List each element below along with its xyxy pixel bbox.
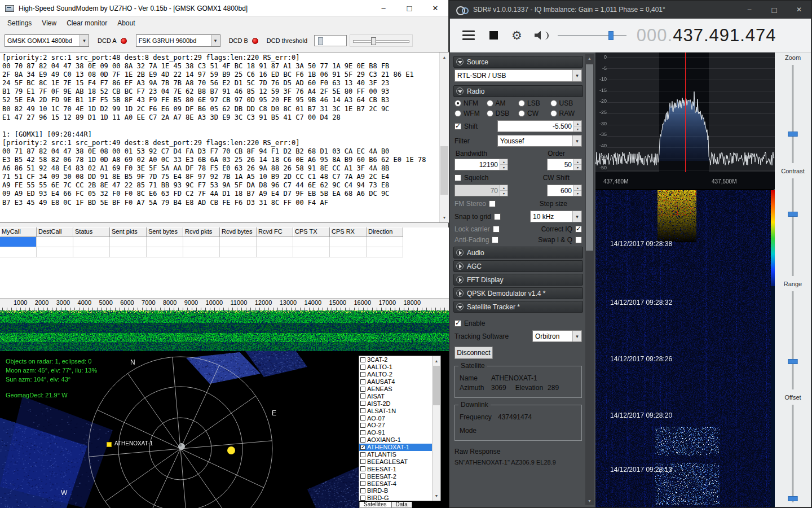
checkbox-icon[interactable]: [575, 237, 582, 243]
table-header-cell[interactable]: CPS RX: [330, 227, 367, 237]
satellite-list-item[interactable]: AO-27: [359, 422, 440, 429]
slider-track[interactable]: [775, 176, 811, 281]
dcd-threshold-slider[interactable]: [350, 34, 413, 47]
gear-icon[interactable]: [511, 29, 522, 41]
expand-arrow-icon[interactable]: [456, 262, 464, 270]
satellite-checkbox[interactable]: [360, 466, 365, 471]
panel-header-collapsed[interactable]: Audio: [453, 247, 583, 259]
table-cell-selected[interactable]: [0, 237, 37, 247]
radio-icon[interactable]: [454, 100, 461, 107]
satellite-list-item[interactable]: AAUSAT4: [359, 378, 440, 386]
scroll-down-icon[interactable]: ▼: [433, 491, 440, 501]
menu-icon[interactable]: [462, 30, 475, 40]
monitor-area[interactable]: [priority:2 src:1 src_port:48 dest:8 des…: [0, 52, 449, 223]
slider-track[interactable]: [775, 402, 811, 507]
bandwidth-spinner[interactable]: 12190: [454, 159, 508, 170]
panel-scrollbar[interactable]: ▲ ▼: [585, 54, 594, 505]
tracker-tab[interactable]: Satellites: [359, 502, 391, 508]
maximize-icon[interactable]: [396, 0, 422, 16]
scroll-up-icon[interactable]: ▲: [585, 54, 594, 63]
table-header-cell[interactable]: Rcvd bytes: [220, 227, 257, 237]
minimize-icon[interactable]: [737, 1, 762, 19]
tracking-software-select[interactable]: Orbitron: [532, 330, 582, 342]
chevron-down-icon[interactable]: [572, 135, 581, 146]
close-icon[interactable]: [422, 0, 448, 16]
cw-shift-spinner[interactable]: 600: [547, 185, 582, 196]
scroll-up-icon[interactable]: ▲: [433, 356, 440, 366]
sdrsharp-titlebar[interactable]: SDR# v1.0.0.1337 - IQ Imbalance: Gain = …: [449, 1, 811, 19]
satellite-checkbox[interactable]: [360, 496, 365, 501]
satellite-list-item[interactable]: AALTO-2: [359, 371, 440, 378]
satellite-list[interactable]: 3CAT-2 AALTO-1 AALTO-2 AAUSAT4 AENEAS AI…: [359, 356, 441, 501]
checkbox-icon[interactable]: [493, 226, 500, 233]
display-slider[interactable]: Contrast: [775, 168, 811, 281]
mode-radio[interactable]: CW: [518, 110, 550, 117]
satellite-list-item[interactable]: ATHENOXAT-1: [359, 444, 440, 451]
slider-track[interactable]: [775, 63, 811, 168]
soundmodem-waterfall[interactable]: [0, 310, 449, 351]
mode-radio[interactable]: DSB: [487, 110, 519, 117]
satellite-checkbox[interactable]: [360, 401, 365, 406]
menu-item[interactable]: Settings: [2, 17, 37, 29]
satellite-checkbox[interactable]: [360, 430, 365, 435]
lock-carrier-checkbox[interactable]: Lock carrier: [454, 225, 500, 233]
slider-track[interactable]: [775, 289, 811, 394]
panel-header-radio[interactable]: Radio: [453, 85, 583, 97]
chevron-down-icon[interactable]: [211, 35, 220, 46]
satellite-list-item[interactable]: BEESAT-2: [359, 472, 440, 480]
chevron-down-icon[interactable]: [572, 331, 581, 341]
collapse-arrow-icon[interactable]: [456, 58, 464, 65]
menu-item[interactable]: About: [112, 17, 140, 29]
slider-thumb[interactable]: [788, 212, 798, 217]
chevron-down-icon[interactable]: [572, 211, 581, 222]
expand-arrow-icon[interactable]: [456, 249, 464, 256]
satellite-list-item[interactable]: BEEAGLESAT: [359, 458, 440, 465]
scrollbar-thumb[interactable]: [440, 146, 448, 195]
radio-icon[interactable]: [518, 100, 525, 107]
satellite-checkbox[interactable]: [360, 408, 365, 413]
slider-thumb[interactable]: [788, 132, 798, 137]
table-header-cell[interactable]: Direction: [367, 227, 403, 237]
step-size-select[interactable]: 10 kHz: [530, 211, 582, 222]
satellite-list-item[interactable]: AIST-2D: [359, 400, 440, 407]
scrollbar-thumb[interactable]: [433, 366, 440, 405]
frequency-display[interactable]: 000.437.491.474: [637, 25, 776, 46]
table-header-cell[interactable]: Sent pkts: [110, 227, 147, 237]
collapse-arrow-icon[interactable]: [456, 303, 464, 310]
mode-radio[interactable]: RAW: [550, 110, 582, 117]
filter-select[interactable]: Youssef: [497, 135, 582, 147]
monitor-scrollbar[interactable]: ▲ ▼: [439, 52, 449, 222]
mode-radio[interactable]: LSB: [518, 99, 550, 107]
slider-thumb[interactable]: [608, 31, 614, 40]
satellite-checkbox[interactable]: [360, 445, 365, 450]
snap-to-grid-checkbox[interactable]: Snap to grid: [454, 213, 501, 221]
checkbox-icon[interactable]: [575, 226, 582, 233]
tracker-tab[interactable]: Data: [391, 502, 412, 508]
checkbox-icon[interactable]: [489, 200, 496, 207]
radio-icon[interactable]: [487, 100, 493, 107]
display-slider[interactable]: Zoom: [775, 54, 811, 168]
speaker-icon[interactable]: [535, 31, 544, 40]
volume-slider[interactable]: [558, 30, 626, 41]
satellite-checkbox[interactable]: [360, 387, 365, 392]
slider-thumb[interactable]: [788, 359, 798, 364]
checkbox-icon[interactable]: [494, 213, 501, 220]
table-header-cell[interactable]: DestCall: [37, 227, 73, 237]
satellite-list-item[interactable]: AO-91: [359, 429, 440, 436]
satellite-list-item[interactable]: AISAT: [359, 392, 440, 400]
table-header-cell[interactable]: CPS TX: [293, 227, 330, 237]
table-header-cell[interactable]: Rcvd pkts: [183, 227, 220, 237]
swap-iq-checkbox[interactable]: Swap I & Q: [538, 236, 582, 244]
table-header-cell[interactable]: Status: [73, 227, 110, 237]
panel-header-collapsed[interactable]: QPSK Demodulator v1.4 *: [453, 287, 583, 299]
waterfall-display[interactable]: 14/12/2017 09:28:3814/12/2017 09:28:3214…: [595, 190, 774, 506]
satellite-checkbox[interactable]: [360, 437, 365, 443]
table-header-cell[interactable]: Rcvd FC: [257, 227, 293, 237]
soundmodem-titlebar[interactable]: High-Speed SoundModem by UZ7HO - Ver 0.1…: [0, 0, 448, 17]
menu-item[interactable]: Clear monitor: [61, 17, 112, 29]
table-row[interactable]: [0, 247, 449, 257]
spectrum-display[interactable]: 0-5-10-15-20-25-30-35-40-45-50 437,480M …: [595, 52, 774, 189]
spectrum-canvas[interactable]: [595, 52, 775, 189]
mode-radio[interactable]: AM: [487, 99, 519, 107]
satellite-list-item[interactable]: AENEAS: [359, 386, 440, 393]
